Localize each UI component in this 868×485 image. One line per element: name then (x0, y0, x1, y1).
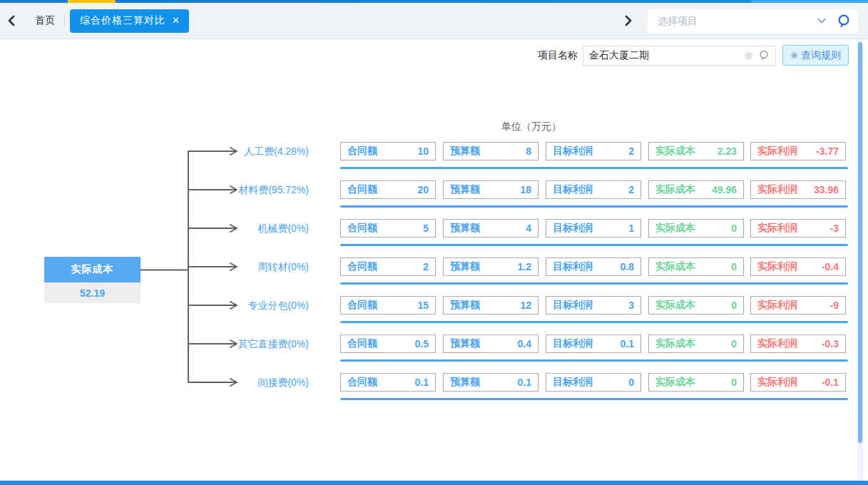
cost-category-label: 机械费(0%) (214, 219, 309, 238)
metric-label: 目标利润 (553, 145, 593, 158)
row-underline (340, 167, 848, 169)
target-profit-box: 目标利润 0 (546, 373, 641, 392)
row-underline (340, 244, 848, 246)
contract-amount-box: 合同额 0.5 (340, 335, 436, 353)
metric-value: -3.77 (816, 146, 839, 157)
scrollbar-thumb[interactable] (858, 42, 862, 443)
row-underline (340, 282, 848, 285)
actual-cost-box: 实际成本 2.23 (648, 142, 744, 160)
metric-row: 机械费(0%) 合同额 5 预算额 4 目标利润 1 实际成本 0 实际利润 -… (0, 219, 868, 247)
target-profit-box: 目标利润 1 (546, 219, 641, 238)
metric-value: 0 (628, 377, 634, 388)
metric-label: 实际成本 (655, 299, 695, 312)
tab-home[interactable]: 首页 (35, 14, 55, 27)
metric-label: 目标利润 (553, 376, 593, 389)
actual-cost-box: 实际成本 0 (648, 257, 744, 276)
metric-label: 目标利润 (553, 260, 593, 273)
metric-label: 预算额 (450, 337, 480, 350)
metric-label: 预算额 (450, 260, 480, 273)
metric-label: 实际利润 (757, 145, 797, 158)
scrollbar-track[interactable] (857, 40, 863, 485)
metric-value: 0 (731, 223, 737, 234)
search-icon[interactable] (837, 14, 851, 28)
cost-category-label: 材料费(95.72%) (214, 180, 309, 199)
query-rules-label: 查询规则 (801, 49, 841, 62)
contract-amount-box: 合同额 5 (340, 219, 436, 238)
unit-title: 单位（万元） (424, 121, 638, 133)
metric-label: 目标利润 (553, 222, 593, 235)
metric-value: 4 (526, 223, 531, 234)
tab-active-label: 综合价格三算对比 (80, 14, 165, 27)
actual-profit-box: 实际利润 -0.3 (750, 335, 846, 353)
metric-value: 1.2 (518, 261, 531, 272)
cost-category-label: 其它直接费(0%) (214, 335, 309, 353)
metric-label: 预算额 (450, 222, 480, 235)
metric-row: 其它直接费(0%) 合同额 0.5 预算额 0.4 目标利润 0.1 实际成本 … (0, 335, 868, 363)
contract-amount-box: 合同额 20 (340, 180, 436, 199)
tab-active[interactable]: 综合价格三算对比 ✕ (70, 9, 189, 33)
field-search-icon[interactable] (759, 50, 770, 61)
cost-category-label: 人工费(4.28%) (214, 142, 309, 160)
contract-amount-box: 合同额 10 (340, 142, 436, 160)
metric-row: 人工费(4.28%) 合同额 10 预算额 8 目标利润 2 实际成本 2.23… (0, 142, 868, 170)
query-rules-button[interactable]: ※ 查询规则 (782, 45, 849, 66)
metric-value: 0.1 (415, 377, 429, 388)
metric-label: 合同额 (347, 299, 377, 312)
metric-value: 2 (628, 146, 634, 157)
metric-value: -3 (830, 223, 839, 234)
forward-chevron-icon[interactable] (624, 15, 633, 26)
back-chevron-icon[interactable] (7, 15, 16, 26)
metric-row: 专业分包(0%) 合同额 15 预算额 12 目标利润 3 实际成本 0 实际利… (0, 296, 868, 325)
project-select[interactable] (648, 9, 858, 33)
tab-separator (64, 14, 65, 27)
row-underline (340, 398, 848, 400)
cost-category-label: 专业分包(0%) (214, 296, 309, 315)
target-profit-box: 目标利润 2 (546, 142, 641, 160)
metric-label: 实际利润 (757, 299, 797, 312)
project-select-input[interactable] (648, 14, 817, 27)
metric-label: 实际成本 (655, 222, 695, 235)
project-name-input[interactable] (583, 49, 744, 62)
actual-cost-box: 实际成本 0 (648, 219, 744, 238)
actual-cost-box: 实际成本 49.96 (648, 180, 744, 199)
chevron-down-icon[interactable] (817, 17, 827, 24)
actual-cost-box: 实际成本 0 (648, 296, 744, 315)
metric-value: 8 (526, 146, 531, 157)
actual-profit-box: 实际利润 -3.77 (750, 142, 846, 160)
clear-icon[interactable]: ⊗ (745, 50, 754, 61)
metric-label: 实际利润 (757, 222, 797, 235)
metric-label: 实际利润 (757, 376, 797, 389)
metric-value: 2.23 (718, 146, 737, 157)
metric-label: 实际利润 (757, 337, 797, 350)
metric-label: 实际成本 (655, 145, 695, 158)
metric-value: 0.1 (518, 377, 531, 388)
metric-value: 18 (520, 184, 531, 195)
target-profit-box: 目标利润 3 (546, 296, 641, 315)
metric-label: 实际成本 (655, 260, 695, 273)
contract-amount-box: 合同额 15 (340, 296, 436, 315)
budget-amount-box: 预算额 8 (443, 142, 538, 160)
metric-value: -0.1 (822, 377, 839, 388)
metric-row: 周转材(0%) 合同额 2 预算额 1.2 目标利润 0.8 实际成本 0 实际… (0, 257, 868, 286)
metric-label: 合同额 (347, 183, 377, 196)
budget-amount-box: 预算额 1.2 (443, 257, 538, 276)
metric-label: 实际成本 (655, 183, 695, 196)
metric-label: 预算额 (450, 376, 480, 389)
metric-value: -9 (830, 300, 839, 311)
metric-value: 2 (423, 261, 429, 272)
metric-value: 0.5 (415, 338, 429, 349)
actual-profit-box: 实际利润 -9 (750, 296, 846, 315)
budget-amount-box: 预算额 0.1 (443, 373, 538, 392)
contract-amount-box: 合同额 0.1 (340, 373, 436, 392)
close-icon[interactable]: ✕ (172, 16, 180, 25)
row-underline (340, 359, 848, 362)
metric-value: 0 (731, 261, 737, 272)
metric-value: 5 (423, 223, 429, 234)
metric-value: 10 (417, 146, 429, 157)
metric-value: 15 (417, 300, 429, 311)
project-name-field[interactable]: ⊗ (583, 46, 776, 66)
metric-label: 预算额 (450, 183, 480, 196)
metric-label: 合同额 (347, 145, 377, 158)
metric-value: 0.4 (518, 338, 531, 349)
metric-value: 0.8 (621, 261, 634, 272)
